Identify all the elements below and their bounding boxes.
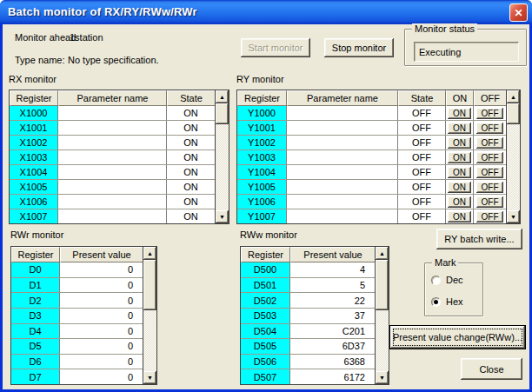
rx-table-row: X1002 ON xyxy=(10,136,215,150)
ry-off-button[interactable]: OFF xyxy=(476,108,503,119)
register-cell: D503 xyxy=(241,309,290,323)
state-cell: OFF xyxy=(398,209,446,223)
rx-monitor-label: RX monitor xyxy=(9,74,57,84)
column-header-on: ON xyxy=(446,90,474,106)
present-value-change-button[interactable]: Present value change(RWw)... xyxy=(389,325,526,349)
scrollbar-thumb[interactable] xyxy=(507,103,520,124)
scroll-up-button[interactable]: ▲ xyxy=(216,90,229,103)
rww-table-row: D500 4 xyxy=(241,262,375,278)
mark-group-label: Mark xyxy=(432,257,458,268)
close-button[interactable]: Close xyxy=(461,358,522,380)
column-header-present-value: Present value xyxy=(60,247,143,262)
state-cell: ON xyxy=(167,180,215,194)
present-value-cell: 5 xyxy=(290,278,375,293)
ry-on-button[interactable]: ON xyxy=(448,152,471,163)
present-value-cell: 0 xyxy=(60,324,143,339)
register-cell: Y1005 xyxy=(237,180,287,194)
parameter-cell xyxy=(287,180,398,194)
present-value-cell: 0 xyxy=(60,355,143,369)
scroll-up-button[interactable]: ▲ xyxy=(507,90,520,103)
rwr-table-row: D5 0 xyxy=(11,339,143,355)
rww-table-header: Register Present value xyxy=(241,247,375,262)
scrollbar-track[interactable] xyxy=(376,260,389,371)
ry-table-row: Y1003 OFF ON OFF xyxy=(237,150,506,165)
register-cell: D6 xyxy=(11,355,60,369)
scrollbar-thumb[interactable] xyxy=(376,260,389,310)
register-cell: X1004 xyxy=(10,165,58,179)
present-value-cell: 4 xyxy=(290,262,375,277)
state-cell: OFF xyxy=(398,106,446,120)
column-header-parameter: Parameter name xyxy=(58,90,167,106)
ry-table-row: Y1004 OFF ON OFF xyxy=(237,165,506,180)
ry-off-button[interactable]: OFF xyxy=(476,137,503,149)
rww-table-row: D502 22 xyxy=(241,293,375,309)
rx-vertical-scrollbar[interactable]: ▲ ▼ xyxy=(215,90,229,223)
scroll-down-button[interactable]: ▼ xyxy=(507,210,520,223)
rww-table-row: D501 5 xyxy=(241,278,375,294)
ry-on-button[interactable]: ON xyxy=(448,108,471,119)
ry-table-row: Y1001 OFF ON OFF xyxy=(237,121,506,136)
title-bar: Batch monitor of RX/RY/RWw/RWr ✕ xyxy=(0,0,532,24)
present-value-cell: 0 xyxy=(60,278,143,293)
ry-table-row: Y1006 OFF ON OFF xyxy=(237,195,506,209)
radio-hex[interactable]: Hex xyxy=(431,296,463,307)
scroll-down-button[interactable]: ▼ xyxy=(143,371,156,384)
scroll-up-icon: ▲ xyxy=(379,250,385,256)
register-cell: D7 xyxy=(11,369,60,384)
scroll-up-button[interactable]: ▲ xyxy=(376,247,389,260)
ry-off-button[interactable]: OFF xyxy=(476,182,503,193)
ry-table-row: Y1005 OFF ON OFF xyxy=(237,180,506,195)
scroll-up-button[interactable]: ▲ xyxy=(143,247,156,260)
radio-hex-label: Hex xyxy=(446,296,463,307)
scrollbar-track[interactable] xyxy=(507,103,520,210)
scrollbar-track[interactable] xyxy=(143,260,156,371)
rx-table-row: X1005 ON xyxy=(10,180,215,195)
parameter-cell xyxy=(58,209,167,223)
rwr-table-row: D1 0 xyxy=(11,278,143,294)
register-cell: Y1002 xyxy=(237,136,287,149)
start-monitor-button[interactable]: Start monitor xyxy=(241,38,310,57)
scroll-down-button[interactable]: ▼ xyxy=(216,210,229,223)
ry-off-button[interactable]: OFF xyxy=(476,211,503,223)
ry-off-button[interactable]: OFF xyxy=(476,167,503,178)
present-value-cell: C201 xyxy=(290,324,375,339)
scrollbar-thumb[interactable] xyxy=(143,260,156,310)
column-header-state: State xyxy=(167,90,215,106)
rww-table-row: D503 37 xyxy=(241,309,375,324)
register-cell: D506 xyxy=(241,355,290,369)
ry-off-button[interactable]: OFF xyxy=(476,152,503,163)
ry-on-button[interactable]: ON xyxy=(448,196,471,208)
register-cell: Y1004 xyxy=(237,165,287,179)
state-cell: OFF xyxy=(398,136,446,149)
state-cell: ON xyxy=(167,209,215,223)
ry-on-button[interactable]: ON xyxy=(448,211,471,223)
scrollbar-track[interactable] xyxy=(216,103,229,210)
ry-vertical-scrollbar[interactable]: ▲ ▼ xyxy=(506,90,520,223)
present-value-cell: 0 xyxy=(60,293,143,308)
ry-off-button[interactable]: OFF xyxy=(476,196,503,208)
radio-dec[interactable]: Dec xyxy=(431,275,463,285)
scroll-down-button[interactable]: ▼ xyxy=(376,371,389,384)
ry-off-button[interactable]: OFF xyxy=(476,123,503,134)
present-value-cell: 6368 xyxy=(290,355,375,369)
ry-batch-write-button[interactable]: RY batch write... xyxy=(436,229,522,249)
ry-on-button[interactable]: ON xyxy=(448,182,471,193)
close-icon: ✕ xyxy=(514,7,522,19)
ry-on-button[interactable]: ON xyxy=(448,123,471,134)
ry-on-button[interactable]: ON xyxy=(448,137,471,149)
scrollbar-thumb[interactable] xyxy=(216,103,229,124)
scroll-down-icon: ▼ xyxy=(147,375,153,381)
monitor-status-group: Monitor status Executing xyxy=(404,29,527,66)
state-cell: ON xyxy=(167,195,215,209)
stop-monitor-button[interactable]: Stop monitor xyxy=(324,38,394,57)
rwr-table-row: D6 0 xyxy=(11,355,143,370)
ry-on-button[interactable]: ON xyxy=(448,167,471,178)
mark-group: Mark Dec Hex xyxy=(424,262,483,316)
rww-vertical-scrollbar[interactable]: ▲ ▼ xyxy=(375,247,389,384)
close-window-button[interactable]: ✕ xyxy=(509,3,528,22)
parameter-cell xyxy=(58,121,167,135)
rwr-vertical-scrollbar[interactable]: ▲ ▼ xyxy=(143,247,156,384)
state-cell: ON xyxy=(167,136,215,149)
rx-table-row: X1003 ON xyxy=(10,150,215,165)
register-cell: X1000 xyxy=(10,106,58,120)
